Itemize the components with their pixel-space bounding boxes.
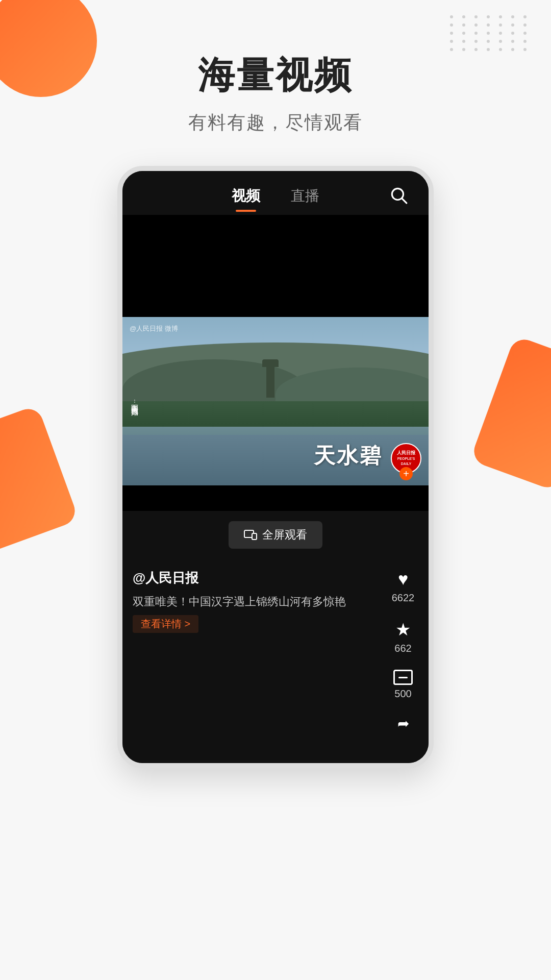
star-icon: ★: [395, 619, 411, 640]
like-count: 6622: [392, 592, 415, 604]
heart-icon: ♥: [398, 569, 408, 589]
fullscreen-area: 全屏观看: [122, 511, 429, 559]
video-side-text: 美丽中国·杭州·西湖: [130, 399, 140, 403]
fullscreen-icon: [244, 529, 257, 541]
like-action[interactable]: ♥ 6622: [392, 569, 415, 604]
landscape-image: [122, 317, 429, 485]
publisher-button[interactable]: 人民日报PEOPLE'S DAILY +: [391, 443, 421, 480]
video-black-top: [122, 215, 429, 317]
phone-wrapper: 视频 直播 @人民日报 微: [0, 166, 551, 768]
read-more-button[interactable]: 查看详情 >: [133, 615, 198, 633]
comment-action[interactable]: 500: [393, 670, 413, 700]
fullscreen-label: 全屏观看: [262, 527, 307, 543]
video-black-bottom: [122, 485, 429, 511]
phone-mockup: 视频 直播 @人民日报 微: [117, 166, 434, 768]
share-icon: ➦: [397, 715, 409, 732]
comment-count: 500: [394, 688, 411, 700]
author-name: @人民日报: [133, 569, 372, 587]
tab-video[interactable]: 视频: [232, 186, 260, 210]
svg-rect-3: [252, 533, 257, 540]
video-thumbnail[interactable]: @人民日报 微博 美丽中国·杭州·西湖 天水碧 人民日报PEOPLE'S DAI…: [122, 317, 429, 485]
video-title-overlay: 天水碧: [314, 442, 383, 470]
subscribe-button[interactable]: +: [399, 467, 413, 480]
favorite-count: 662: [394, 643, 411, 654]
right-action-bar: ♥ 6622 ★ 662 500 ➦: [383, 559, 429, 763]
svg-line-1: [402, 199, 407, 203]
page-subtitle: 有料有趣，尽情观看: [0, 110, 551, 135]
comment-icon: [393, 670, 413, 685]
fullscreen-button[interactable]: 全屏观看: [229, 521, 322, 549]
video-watermark: @人民日报 微博: [130, 324, 178, 333]
app-header: 视频 直播: [122, 171, 429, 215]
favorite-action[interactable]: ★ 662: [394, 619, 411, 654]
content-area: @人民日报 双重唯美！中国汉字遇上锦绣山河有多惊艳 查看详情 > ♥ 6622 …: [122, 559, 429, 763]
share-action[interactable]: ➦: [397, 715, 409, 732]
page-title: 海量视频: [0, 51, 551, 100]
tab-live[interactable]: 直播: [291, 186, 319, 210]
video-description: 双重唯美！中国汉字遇上锦绣山河有多惊艳: [133, 593, 372, 610]
page-header: 海量视频 有料有趣，尽情观看: [0, 0, 551, 166]
main-content: @人民日报 双重唯美！中国汉字遇上锦绣山河有多惊艳 查看详情 >: [122, 559, 383, 763]
search-button[interactable]: [389, 185, 408, 207]
tab-bar: 视频 直播: [232, 186, 319, 210]
